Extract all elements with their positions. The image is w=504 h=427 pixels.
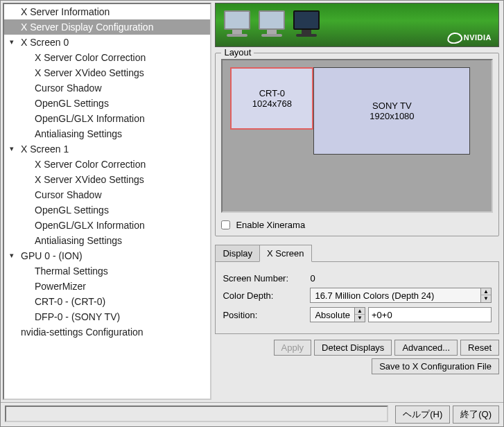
status-bar xyxy=(5,406,388,422)
footer: ヘルプ(H) 終了(Q) xyxy=(1,402,503,426)
apply-button[interactable]: Apply xyxy=(274,340,312,356)
position-row: Position: Absolute ▲▼ xyxy=(223,307,492,322)
enable-xinerama-row[interactable]: Enable Xinerama xyxy=(221,218,493,232)
help-button[interactable]: ヘルプ(H) xyxy=(395,406,450,424)
spin-down-icon[interactable]: ▼ xyxy=(481,295,491,302)
sidebar-item[interactable]: Antialiasing Settings xyxy=(4,126,210,141)
nvidia-logo: NVIDIA xyxy=(447,33,492,44)
position-mode-value: Absolute xyxy=(311,310,354,320)
screen-number-label: Screen Number: xyxy=(223,273,310,284)
tree-expander-icon[interactable]: ▾ xyxy=(7,144,17,154)
action-buttons-row: Apply Detect Displays Advanced... Reset xyxy=(215,340,499,356)
enable-xinerama-checkbox[interactable] xyxy=(221,220,230,229)
sidebar-item[interactable]: CRT-0 - (CRT-0) xyxy=(4,294,210,309)
sidebar-item[interactable]: X Server Display Configuration xyxy=(4,19,210,35)
position-mode-combo[interactable]: Absolute ▲▼ xyxy=(310,307,365,322)
display-name: SONY TV xyxy=(314,101,469,111)
position-label: Position: xyxy=(223,310,310,320)
color-depth-combo[interactable]: 16.7 Million Colors (Depth 24) ▲▼ xyxy=(310,288,492,303)
sidebar-item[interactable]: X Server Color Correction xyxy=(4,50,210,65)
tree-expander-icon[interactable]: ▾ xyxy=(7,251,17,261)
tree-expander-icon[interactable]: ▾ xyxy=(7,37,17,47)
nvidia-settings-window: X Server InformationX Server Display Con… xyxy=(0,0,504,427)
reset-button[interactable]: Reset xyxy=(460,340,499,356)
tab-panel-xscreen: Screen Number: 0 Color Depth: 16.7 Milli… xyxy=(215,261,499,334)
display-resolution: 1920x1080 xyxy=(314,111,469,121)
save-config-button[interactable]: Save to X Configuration File xyxy=(372,358,499,374)
sidebar-item[interactable]: GPU 0 - (ION) xyxy=(4,248,210,263)
sidebar-item[interactable]: OpenGL/GLX Information xyxy=(4,111,210,126)
quit-button[interactable]: 終了(Q) xyxy=(453,406,499,424)
sidebar-item[interactable]: OpenGL Settings xyxy=(4,202,210,218)
sidebar-item[interactable]: OpenGL Settings xyxy=(4,96,210,111)
layout-fieldset: Layout CRT-01024x768SONY TV1920x1080 Ena… xyxy=(215,53,499,236)
sidebar-item[interactable]: Antialiasing Settings xyxy=(4,233,210,248)
advanced-button[interactable]: Advanced... xyxy=(394,340,458,356)
detect-displays-button[interactable]: Detect Displays xyxy=(314,340,392,356)
tabs-row: Display X Screen xyxy=(215,245,499,262)
layout-label: Layout xyxy=(221,47,254,58)
monitor-icon xyxy=(290,9,322,41)
spin-up-icon[interactable]: ▲ xyxy=(355,308,365,315)
enable-xinerama-label: Enable Xinerama xyxy=(236,220,305,230)
display-box[interactable]: SONY TV1920x1080 xyxy=(313,67,470,155)
main-area: X Server InformationX Server Display Con… xyxy=(1,1,503,402)
sidebar-tree[interactable]: X Server InformationX Server Display Con… xyxy=(3,3,211,400)
color-depth-value: 16.7 Million Colors (Depth 24) xyxy=(311,290,480,301)
sidebar-item[interactable]: Thermal Settings xyxy=(4,263,210,279)
sidebar-item[interactable]: X Server Information xyxy=(4,4,210,19)
monitor-icon xyxy=(221,9,253,41)
tab-display[interactable]: Display xyxy=(215,245,260,262)
nvidia-eye-icon xyxy=(446,32,463,45)
sidebar-item[interactable]: OpenGL/GLX Information xyxy=(4,218,210,233)
display-name: CRT-0 xyxy=(232,88,312,98)
color-depth-row: Color Depth: 16.7 Million Colors (Depth … xyxy=(223,288,492,303)
sidebar-item[interactable]: X Screen 1 xyxy=(4,141,210,157)
monitor-icon xyxy=(256,9,288,41)
sidebar-item[interactable]: DFP-0 - (SONY TV) xyxy=(4,309,210,324)
save-row: Save to X Configuration File xyxy=(215,358,499,374)
screen-number-row: Screen Number: 0 xyxy=(223,273,492,284)
sidebar-item[interactable]: X Server Color Correction xyxy=(4,157,210,172)
display-box[interactable]: CRT-01024x768 xyxy=(230,67,313,130)
content-pane: NVIDIA Layout CRT-01024x768SONY TV1920x1… xyxy=(214,1,503,402)
sidebar-item[interactable]: X Server XVideo Settings xyxy=(4,65,210,80)
sidebar-item[interactable]: Cursor Shadow xyxy=(4,80,210,96)
banner-monitors xyxy=(221,9,322,41)
screen-number-value: 0 xyxy=(310,273,315,284)
tab-xscreen[interactable]: X Screen xyxy=(259,245,311,262)
position-input[interactable] xyxy=(368,307,492,322)
combo-spinner[interactable]: ▲▼ xyxy=(480,288,491,302)
sidebar-item[interactable]: PowerMizer xyxy=(4,279,210,294)
header-banner: NVIDIA xyxy=(215,3,499,47)
layout-canvas[interactable]: CRT-01024x768SONY TV1920x1080 xyxy=(221,59,493,213)
spin-up-icon[interactable]: ▲ xyxy=(481,288,491,295)
sidebar-item[interactable]: X Screen 0 xyxy=(4,35,210,50)
sidebar-item[interactable]: nvidia-settings Configuration xyxy=(4,324,210,340)
spin-down-icon[interactable]: ▼ xyxy=(355,315,365,322)
sidebar-item[interactable]: Cursor Shadow xyxy=(4,187,210,202)
sidebar-item[interactable]: X Server XVideo Settings xyxy=(4,172,210,187)
color-depth-label: Color Depth: xyxy=(223,290,310,301)
display-resolution: 1024x768 xyxy=(232,98,312,109)
combo-spinner[interactable]: ▲▼ xyxy=(354,308,365,322)
